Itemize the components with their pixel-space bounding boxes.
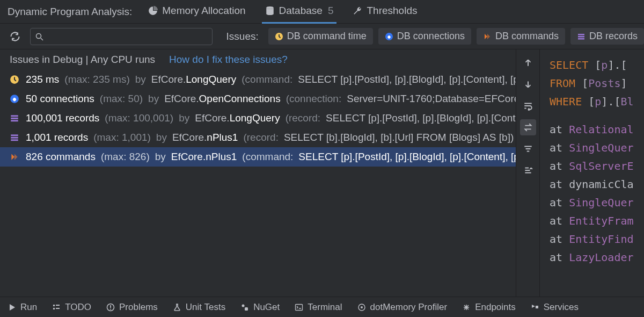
toolwindow-run[interactable]: Run bbox=[8, 302, 37, 313]
todo-icon bbox=[52, 303, 61, 312]
toolwindow-todo[interactable]: TODO bbox=[52, 302, 91, 313]
issue-max: (max: 826) bbox=[101, 151, 150, 163]
detail-panel: SELECT [p].[FROM [Posts]WHERE [p].[Bl at… bbox=[540, 49, 644, 297]
toolwindow-label: Problems bbox=[119, 302, 158, 313]
help-link[interactable]: How do I fix these issues? bbox=[169, 54, 288, 66]
issue-metric: 826 commands bbox=[26, 151, 96, 163]
dotmemory-icon bbox=[357, 303, 366, 312]
filter-chip-label: DB connections bbox=[397, 31, 465, 42]
issue-query: SELECT [p].[PostId], [p].[BlogId], [p].[… bbox=[326, 112, 516, 124]
toolwindow-label: TODO bbox=[65, 302, 91, 313]
issue-query: Server=UNIT-1760;Database=EFCore bbox=[347, 93, 516, 105]
toolwindow-nuget[interactable]: NuGet bbox=[240, 302, 280, 313]
pie-chart-icon bbox=[148, 6, 158, 16]
bottom-tool-bar: Run TODO Problems Unit Tests NuGet Termi… bbox=[0, 297, 644, 317]
toolwindow-label: Services bbox=[544, 302, 579, 313]
filter-chip-label: DB commands bbox=[495, 31, 559, 42]
services-icon bbox=[531, 303, 539, 312]
toolwindow-terminal[interactable]: Terminal bbox=[295, 302, 342, 313]
issue-query: SELECT [p].[PostId], [p].[BlogId], [p].[… bbox=[298, 151, 516, 163]
tab-memory allocation[interactable]: Memory Allocation bbox=[145, 0, 248, 24]
filter-chip-label: DB command time bbox=[287, 31, 367, 42]
toolwindow-problems[interactable]: Problems bbox=[106, 302, 158, 313]
endpoints-icon bbox=[462, 303, 471, 312]
connections-blue-icon bbox=[10, 94, 19, 104]
records-purple-icon bbox=[10, 113, 19, 123]
next-issue-button[interactable] bbox=[520, 76, 536, 92]
stack-frame[interactable]: at EntityFind bbox=[550, 230, 644, 248]
wrap-toggle[interactable] bbox=[520, 98, 536, 114]
connections-blue-icon bbox=[385, 32, 393, 41]
filter-chip-label: DB records bbox=[589, 31, 638, 42]
filter-chip-db command time[interactable]: DB command time bbox=[268, 28, 373, 45]
issue-query: SELECT [p].[PostId], [p].[BlogId], [p].[… bbox=[298, 74, 516, 85]
stack-trace: at Relational at SingleQuer at SqlServer… bbox=[550, 120, 644, 266]
filter-stack-button[interactable] bbox=[520, 141, 536, 157]
search-icon bbox=[35, 32, 43, 41]
issue-max: (max: 1,001) bbox=[93, 132, 151, 143]
tab-thresholds[interactable]: Thresholds bbox=[349, 0, 420, 24]
toolwindow-dotmemory profiler[interactable]: dotMemory Profiler bbox=[357, 302, 448, 313]
issue-row[interactable]: 1,001 records (max: 1,001) by EfCore.nPl… bbox=[0, 128, 516, 147]
issue-row[interactable]: 235 ms (max: 235 ms) by EfCore.LongQuery… bbox=[0, 70, 516, 89]
stack-frame[interactable]: at SqlServerE bbox=[550, 157, 644, 175]
stack-frame[interactable]: at EntityFram bbox=[550, 212, 644, 230]
toolwindow-unit tests[interactable]: Unit Tests bbox=[173, 302, 225, 313]
toolwindow-label: Endpoints bbox=[475, 302, 516, 313]
toolwindow-services[interactable]: Services bbox=[531, 302, 579, 313]
filter-chip-db connections[interactable]: DB connections bbox=[378, 28, 471, 45]
toolwindow-label: Run bbox=[20, 302, 37, 313]
toolwindow-label: Terminal bbox=[308, 302, 342, 313]
stack-frame[interactable]: at dynamicCla bbox=[550, 175, 644, 193]
tab-label: Database bbox=[279, 5, 323, 17]
toolwindow-endpoints[interactable]: Endpoints bbox=[462, 302, 516, 313]
filter-chip-db records[interactable]: DB records bbox=[570, 28, 644, 45]
tab-database[interactable]: Database 5 bbox=[262, 0, 337, 24]
terminal-icon bbox=[295, 303, 303, 312]
panel-title: Dynamic Program Analysis: bbox=[8, 6, 132, 18]
tab-label: Memory Allocation bbox=[162, 5, 245, 17]
toolwindow-label: Unit Tests bbox=[186, 302, 225, 313]
tab-label: Thresholds bbox=[367, 5, 417, 17]
issues-header: Issues in Debug | Any CPU runs How do I … bbox=[0, 49, 516, 70]
issue-row[interactable]: 100,001 records (max: 100,001) by EfCore… bbox=[0, 109, 516, 128]
issues-panel: Issues in Debug | Any CPU runs How do I … bbox=[0, 49, 516, 297]
unittests-icon bbox=[173, 303, 181, 312]
commands-orange-icon bbox=[10, 152, 19, 162]
side-tools bbox=[516, 49, 540, 297]
stack-frame[interactable]: at SingleQuer bbox=[550, 139, 644, 157]
tab-count: 5 bbox=[328, 5, 334, 17]
filter-bar: Issues: DB command time DB connections D… bbox=[0, 24, 644, 49]
database-icon bbox=[265, 6, 275, 16]
problems-icon bbox=[106, 303, 115, 312]
issue-row[interactable]: 50 connections (max: 50) by EfCore.OpenC… bbox=[0, 89, 516, 109]
clock-yellow-icon bbox=[275, 32, 283, 41]
prev-issue-button[interactable] bbox=[520, 55, 536, 71]
issue-metric: 1,001 records bbox=[26, 132, 88, 143]
records-purple-icon bbox=[577, 32, 586, 41]
records-purple-icon bbox=[10, 133, 19, 142]
issues-crumb: Issues in Debug | Any CPU runs bbox=[10, 54, 155, 66]
issue-metric: 235 ms bbox=[26, 74, 59, 85]
stack-frame[interactable]: at SingleQuer bbox=[550, 193, 644, 212]
issues-filter-label: Issues: bbox=[226, 31, 259, 42]
filter-chip-db commands[interactable]: DB commands bbox=[477, 28, 565, 45]
wrench-icon bbox=[353, 6, 362, 16]
sort-button[interactable] bbox=[520, 162, 536, 178]
toolwindow-label: dotMemory Profiler bbox=[370, 302, 448, 313]
issue-row[interactable]: 826 commands (max: 826) by EfCore.nPlus1… bbox=[0, 147, 516, 167]
sql-preview: SELECT [p].[FROM [Posts]WHERE [p].[Bl bbox=[550, 56, 644, 111]
stack-frame[interactable]: at Relational bbox=[550, 120, 644, 139]
clock-yellow-icon bbox=[10, 75, 19, 84]
stack-frame[interactable]: at LazyLoader bbox=[550, 248, 644, 266]
commands-orange-icon bbox=[483, 32, 492, 41]
refresh-button[interactable] bbox=[8, 29, 23, 44]
issue-metric: 100,001 records bbox=[26, 112, 99, 124]
swap-panel-button[interactable] bbox=[520, 119, 536, 135]
toolwindow-label: NuGet bbox=[253, 302, 280, 313]
issue-max: (max: 50) bbox=[100, 93, 143, 105]
top-tabs-bar: Dynamic Program Analysis: Memory Allocat… bbox=[0, 0, 644, 24]
issue-metric: 50 connections bbox=[26, 93, 94, 105]
search-input[interactable] bbox=[30, 28, 213, 45]
issue-max: (max: 100,001) bbox=[105, 112, 173, 124]
